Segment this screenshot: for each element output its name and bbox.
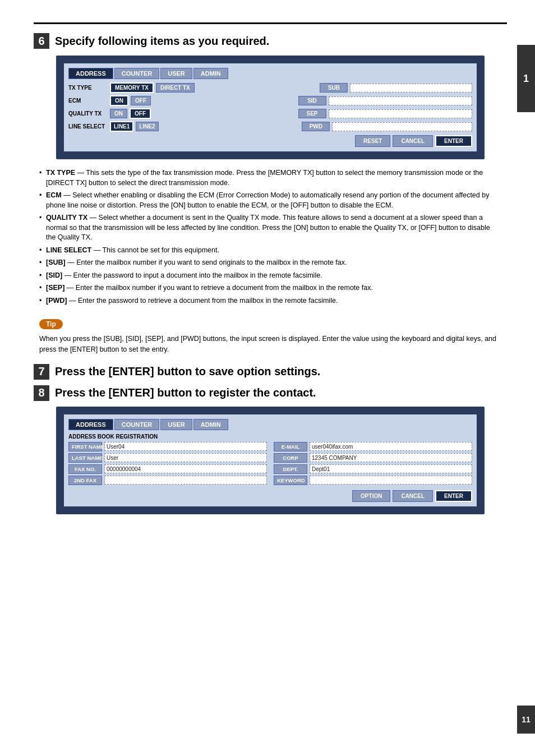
quality-tx-label: QUALITY TX (68, 110, 108, 117)
step7-number: 7 (34, 364, 49, 380)
tab8-admin[interactable]: ADMIN (193, 419, 228, 430)
dept-input[interactable] (310, 464, 472, 473)
keyword-label: KEYWORD (274, 476, 307, 485)
tab8-address[interactable]: ADDRESS (68, 419, 113, 430)
2ndfax-row: 2ND FAX (68, 476, 267, 485)
option-btn[interactable]: OPTION (352, 490, 390, 502)
screen8-tabs: ADDRESS COUNTER USER ADMIN (68, 419, 472, 430)
lastname-input[interactable] (104, 453, 267, 462)
tab-counter[interactable]: COUNTER (114, 68, 159, 79)
keyword-input[interactable] (310, 476, 472, 485)
bullet-pwd: [PWD] — Enter the password to retrieve a… (39, 296, 501, 306)
sep-btn[interactable]: SEP (298, 109, 326, 118)
keyword-row: KEYWORD (274, 476, 472, 485)
enter-btn[interactable]: ENTER (435, 135, 472, 147)
dept-label: DEPT. (274, 464, 307, 474)
cancel8-btn[interactable]: CANCEL (393, 490, 433, 502)
bullet-sub: [SUB] — Enter the mailbox number if you … (39, 258, 501, 268)
2ndfax-label: 2ND FAX (68, 476, 102, 485)
corp-row: CORP (274, 453, 472, 463)
bullet-ecm: ECM — Select whether enabling or disabli… (39, 191, 501, 210)
memory-tx-btn[interactable]: MEMORY TX (110, 82, 154, 93)
faxno-input[interactable] (104, 464, 267, 473)
step7-heading: 7 Press the [ENTER] button to save optio… (34, 364, 507, 380)
screen6-action-btns: RESET CANCEL ENTER (68, 135, 472, 147)
quality-off-btn[interactable]: OFF (130, 108, 151, 119)
page-number-tab: 11 (517, 706, 535, 734)
sub-btn[interactable]: SUB (320, 83, 348, 93)
step6-heading: 6 Specify following items as you require… (34, 33, 507, 49)
page-number: 11 (522, 715, 531, 724)
line1-btn[interactable]: LINE1 (110, 121, 133, 132)
step8-title: Press the [ENTER] button to register the… (55, 386, 316, 399)
ecm-off-btn[interactable]: OFF (131, 96, 151, 105)
faxno-row: FAX NO. (68, 464, 267, 474)
screen8-mockup: ADDRESS COUNTER USER ADMIN ADDRESS BOOK … (56, 407, 485, 514)
bullet-sep: [SEP] — Enter the mailbox number if you … (39, 283, 501, 293)
tip-text: When you press the [SUB], [SID], [SEP], … (39, 334, 501, 355)
screen6-inner: ADDRESS COUNTER USER ADMIN TX TYPE MEMOR… (64, 63, 477, 151)
firstname-input[interactable] (104, 442, 267, 451)
enter8-btn[interactable]: ENTER (435, 490, 472, 502)
tab-user[interactable]: USER (160, 68, 192, 79)
pwd-field[interactable] (332, 122, 472, 131)
sid-field[interactable] (329, 96, 473, 105)
tab8-counter[interactable]: COUNTER (114, 419, 159, 430)
line-select-row: LINE SELECT LINE1 LINE2 PWD (68, 121, 472, 132)
ecm-on-btn[interactable]: ON (110, 95, 128, 106)
firstname-label: FIRST NAME (68, 442, 102, 451)
line2-btn[interactable]: LINE2 (136, 122, 158, 131)
step8-number: 8 (34, 385, 49, 401)
lastname-label: LAST NAME (68, 453, 102, 463)
tab8-user[interactable]: USER (160, 419, 192, 430)
corp-label: CORP (274, 453, 307, 463)
screen8-inner: ADDRESS COUNTER USER ADMIN ADDRESS BOOK … (64, 414, 477, 506)
tx-type-label: TX TYPE (68, 85, 108, 91)
step6-bullets: TX TYPE — This sets the type of the fax … (39, 168, 501, 306)
sub-field[interactable] (350, 84, 472, 93)
quality-on-btn[interactable]: ON (110, 109, 127, 118)
direct-tx-btn[interactable]: DIRECT TX (156, 83, 195, 93)
bullet-line-select: LINE SELECT — This cannot be set for thi… (39, 246, 501, 256)
email-row: E-MAIL (274, 442, 472, 451)
quality-tx-row: QUALITY TX ON OFF SEP (68, 108, 472, 119)
ecm-row: ECM ON OFF SID (68, 95, 472, 106)
tip-label: Tip (39, 319, 63, 329)
bullet-quality-tx: QUALITY TX — Select whether a document i… (39, 213, 501, 243)
email-label: E-MAIL (274, 442, 307, 451)
email-input[interactable] (310, 442, 472, 451)
cancel-btn[interactable]: CANCEL (393, 135, 433, 147)
2ndfax-input[interactable] (104, 476, 267, 485)
sid-btn[interactable]: SID (298, 96, 326, 105)
reset-btn[interactable]: RESET (355, 135, 390, 147)
step7-title: Press the [ENTER] button to save option … (55, 365, 320, 378)
bullet-sid: [SID] — Enter the password to input a do… (39, 271, 501, 281)
tab-admin[interactable]: ADMIN (193, 68, 228, 79)
pwd-btn[interactable]: PWD (302, 122, 330, 131)
addr-book-title: ADDRESS BOOK REGISTRATION (68, 434, 472, 440)
faxno-label: FAX NO. (68, 464, 102, 474)
step8-heading: 8 Press the [ENTER] button to register t… (34, 385, 507, 401)
dept-row: DEPT. (274, 464, 472, 474)
bullet-tx-type: TX TYPE — This sets the type of the fax … (39, 168, 501, 188)
line-select-label: LINE SELECT (68, 123, 108, 130)
tx-type-row: TX TYPE MEMORY TX DIRECT TX SUB (68, 82, 472, 93)
lastname-row: LAST NAME (68, 453, 267, 463)
firstname-row: FIRST NAME (68, 442, 267, 451)
step6-number: 6 (34, 33, 49, 49)
ecm-label: ECM (68, 98, 108, 104)
sep-field[interactable] (329, 109, 473, 118)
tab-address[interactable]: ADDRESS (68, 68, 113, 79)
screen6-tabs: ADDRESS COUNTER USER ADMIN (68, 68, 472, 79)
screen8-action-btns: OPTION CANCEL ENTER (68, 490, 472, 502)
step6-title: Specify following items as you required. (55, 35, 269, 48)
corp-input[interactable] (310, 453, 472, 462)
screen6-mockup: ADDRESS COUNTER USER ADMIN TX TYPE MEMOR… (56, 56, 485, 159)
